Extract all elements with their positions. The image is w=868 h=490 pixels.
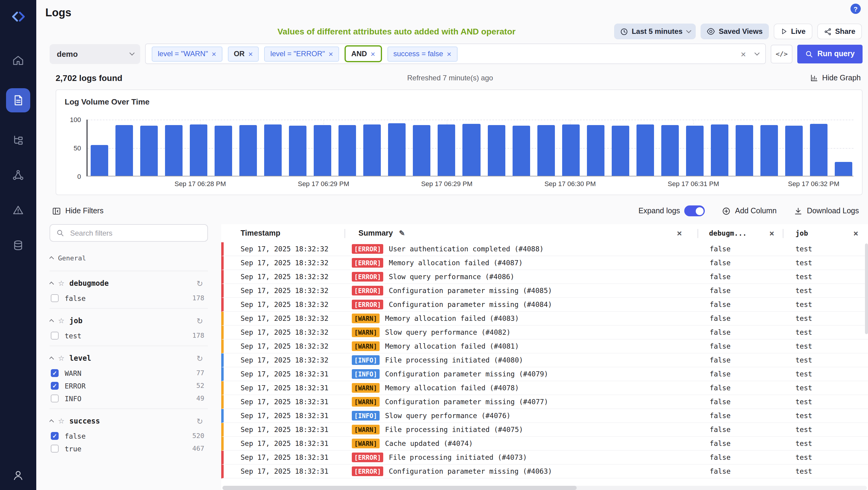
expand-logs-toggle[interactable] xyxy=(684,205,705,216)
code-view-button[interactable]: </> xyxy=(771,44,793,63)
log-row[interactable]: Sep 17, 2025 18:32:31 WARN Cache updated… xyxy=(221,437,868,451)
filter-value-row[interactable]: WARN 77 xyxy=(50,367,208,380)
expand-query-chevron-icon[interactable] xyxy=(755,51,760,56)
log-row[interactable]: Sep 17, 2025 18:32:32 ERROR Memory alloc… xyxy=(221,256,868,270)
query-filter-chip[interactable]: AND × xyxy=(345,45,382,62)
hide-filters-button[interactable]: Hide Filters xyxy=(52,206,103,216)
remove-job-column-icon[interactable]: × xyxy=(853,229,858,237)
checkbox[interactable] xyxy=(51,395,59,402)
home-icon xyxy=(12,54,24,66)
expand-logs-label: Expand logs xyxy=(638,207,680,215)
time-range-button[interactable]: Last 5 minutes xyxy=(614,24,696,39)
query-filter-chip[interactable]: success = false × xyxy=(387,46,457,61)
user-avatar[interactable] xyxy=(12,469,24,482)
vertical-scrollbar[interactable] xyxy=(865,243,868,483)
column-summary[interactable]: Summary xyxy=(359,229,393,237)
star-icon[interactable]: ☆ xyxy=(58,418,65,425)
filter-value-row[interactable]: INFO 49 xyxy=(50,392,208,405)
share-button[interactable]: Share xyxy=(817,24,862,39)
remove-summary-column-icon[interactable]: × xyxy=(677,229,682,237)
chart-bar xyxy=(339,125,356,176)
filters-group-general[interactable]: General xyxy=(50,249,208,267)
chip-remove-icon[interactable]: × xyxy=(329,49,333,58)
sidebar-item-services[interactable] xyxy=(6,168,30,183)
log-message: Slow query performance (#4082) xyxy=(385,328,510,336)
log-row[interactable]: Sep 17, 2025 18:32:31 ERROR File process… xyxy=(221,451,868,465)
filters-search-input[interactable] xyxy=(69,228,201,238)
sidebar-item-database[interactable] xyxy=(6,238,30,253)
remove-debugmode-column-icon[interactable]: × xyxy=(769,229,774,237)
sidebar-item-alerts[interactable] xyxy=(6,203,30,218)
checkbox[interactable] xyxy=(51,369,59,377)
chip-remove-icon[interactable]: × xyxy=(212,49,216,58)
column-debugmode[interactable]: debugm... xyxy=(709,229,747,237)
query-filter-chip[interactable]: level = "WARN" × xyxy=(152,46,222,61)
log-row[interactable]: Sep 17, 2025 18:32:32 WARN Memory alloca… xyxy=(221,312,868,326)
star-icon[interactable]: ☆ xyxy=(58,355,65,362)
checkbox[interactable] xyxy=(51,294,59,302)
filter-value-row[interactable]: false 178 xyxy=(50,292,208,304)
log-row[interactable]: Sep 17, 2025 18:32:32 WARN Memory alloca… xyxy=(221,339,868,354)
filter-value-row[interactable]: test 178 xyxy=(50,329,208,342)
log-row[interactable]: Sep 17, 2025 18:32:32 INFO File processi… xyxy=(221,354,868,367)
log-row[interactable]: Sep 17, 2025 18:32:31 WARN Configuration… xyxy=(221,395,868,409)
hide-graph-button[interactable]: Hide Graph xyxy=(810,74,861,82)
chip-remove-icon[interactable]: × xyxy=(248,49,253,58)
sidebar-item-home[interactable] xyxy=(6,53,30,68)
refresh-icon[interactable]: ↻ xyxy=(196,417,203,425)
checkbox[interactable] xyxy=(51,382,59,390)
facet-header[interactable]: ☆ debugmode ↻ xyxy=(50,275,208,292)
column-job[interactable]: job xyxy=(796,229,808,237)
filter-value-row[interactable]: true 467 xyxy=(50,442,208,455)
run-query-button[interactable]: Run query xyxy=(797,44,863,63)
query-filter-chip[interactable]: level = "ERROR" × xyxy=(265,46,339,61)
refresh-icon[interactable]: ↻ xyxy=(196,354,203,362)
checkbox[interactable] xyxy=(51,445,59,453)
add-column-button[interactable]: Add Column xyxy=(722,206,777,216)
query-input-box[interactable]: level = "WARN" × OR × level = "ERROR" × … xyxy=(145,43,766,64)
filters-search[interactable] xyxy=(50,224,208,242)
checkbox[interactable] xyxy=(51,332,59,339)
sidebar-item-logs[interactable] xyxy=(6,88,30,112)
log-row[interactable]: Sep 17, 2025 18:32:32 ERROR User authent… xyxy=(221,242,868,256)
checkbox[interactable] xyxy=(51,432,59,440)
log-row[interactable]: Sep 17, 2025 18:32:31 INFO Slow query pe… xyxy=(221,409,868,423)
log-level-badge: ERROR xyxy=(352,258,383,268)
star-icon[interactable]: ☆ xyxy=(58,317,65,324)
log-row[interactable]: Sep 17, 2025 18:32:31 ERROR Configuratio… xyxy=(221,465,868,479)
download-logs-button[interactable]: Download Logs xyxy=(794,206,859,216)
traces-icon xyxy=(12,134,24,146)
refresh-icon[interactable]: ↻ xyxy=(196,280,203,287)
filter-value-row[interactable]: ERROR 52 xyxy=(50,380,208,392)
facet-header[interactable]: ☆ job ↻ xyxy=(50,313,208,329)
clear-query-icon[interactable]: × xyxy=(741,49,746,58)
facet-header[interactable]: ☆ level ↻ xyxy=(50,350,208,367)
chart-bar xyxy=(587,125,604,176)
help-button[interactable]: ? xyxy=(850,4,861,14)
live-button[interactable]: Live xyxy=(773,24,812,39)
refresh-icon[interactable]: ↻ xyxy=(196,317,203,325)
edit-column-icon[interactable]: ✎ xyxy=(399,229,405,237)
chip-remove-icon[interactable]: × xyxy=(371,49,375,58)
query-filter-chip[interactable]: OR × xyxy=(227,46,259,61)
log-row[interactable]: Sep 17, 2025 18:32:32 WARN Slow query pe… xyxy=(221,326,868,339)
chart-bar xyxy=(364,125,381,176)
log-row[interactable]: Sep 17, 2025 18:32:31 WARN Memory alloca… xyxy=(221,381,868,395)
facet-header[interactable]: ☆ success ↻ xyxy=(50,413,208,430)
filter-value-row[interactable]: false 520 xyxy=(50,430,208,442)
scrollbar-thumb[interactable] xyxy=(865,243,868,334)
log-row[interactable]: Sep 17, 2025 18:32:32 ERROR Configuratio… xyxy=(221,298,868,312)
horizontal-scrollbar[interactable] xyxy=(222,486,867,490)
log-row[interactable]: Sep 17, 2025 18:32:32 ERROR Slow query p… xyxy=(221,270,868,284)
saved-views-button[interactable]: Saved Views xyxy=(701,24,769,39)
app-logo[interactable] xyxy=(8,6,28,27)
star-icon[interactable]: ☆ xyxy=(58,280,65,287)
log-row[interactable]: Sep 17, 2025 18:32:31 WARN File processi… xyxy=(221,423,868,437)
sidebar-item-traces[interactable] xyxy=(6,133,30,148)
log-row[interactable]: Sep 17, 2025 18:32:32 ERROR Configuratio… xyxy=(221,284,868,298)
scrollbar-thumb[interactable] xyxy=(222,486,577,490)
chip-remove-icon[interactable]: × xyxy=(447,49,451,58)
column-timestamp[interactable]: Timestamp xyxy=(241,229,280,237)
log-row[interactable]: Sep 17, 2025 18:32:31 INFO Configuration… xyxy=(221,367,868,381)
source-select[interactable]: demo xyxy=(50,44,140,64)
